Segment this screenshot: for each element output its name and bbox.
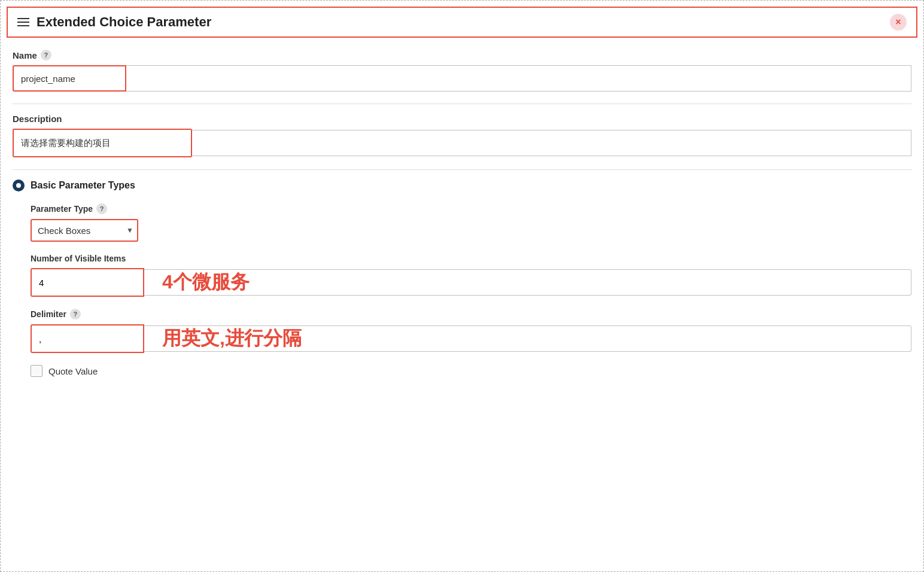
name-input-right-extend	[126, 65, 911, 92]
header-left: Extended Choice Parameter	[17, 14, 211, 30]
visible-items-input[interactable]	[32, 269, 143, 296]
name-help-icon[interactable]: ?	[41, 50, 51, 60]
delimiter-help-icon[interactable]: ?	[70, 309, 81, 320]
divider-2	[13, 169, 911, 170]
visible-items-row: 4个微服务	[31, 268, 911, 297]
dialog-content: Name ? Description	[1, 38, 923, 389]
dialog-header: Extended Choice Parameter ×	[7, 7, 917, 38]
delimiter-input[interactable]	[32, 325, 143, 352]
parameter-type-select-wrapper: Check Boxes Radio Buttons Single Select …	[31, 219, 138, 242]
parameter-type-label: Parameter Type ?	[31, 203, 911, 214]
visible-items-field: Number of Visible Items 4个微服务	[31, 254, 911, 297]
delimiter-row: 用英文,进行分隔	[31, 324, 911, 353]
basic-param-label: Basic Parameter Types	[31, 180, 135, 191]
basic-param-radio[interactable]	[13, 179, 25, 191]
visible-items-label: Number of Visible Items	[31, 254, 911, 263]
quote-value-checkbox[interactable]	[31, 365, 42, 377]
parameter-type-select[interactable]: Check Boxes Radio Buttons Single Select …	[31, 219, 138, 242]
description-label: Description	[13, 114, 911, 124]
visible-items-right-extend: 4个微服务	[144, 269, 911, 296]
description-field-section: Description	[13, 114, 911, 157]
description-input-right-extend	[192, 130, 911, 156]
name-field-section: Name ?	[13, 50, 911, 92]
delimiter-label: Delimiter ?	[31, 309, 911, 320]
description-input-box	[13, 129, 192, 157]
delimiter-field: Delimiter ? 用英文,进行分隔	[31, 309, 911, 353]
description-input[interactable]	[14, 130, 191, 156]
delimiter-right-extend: 用英文,进行分隔	[144, 325, 911, 352]
divider-1	[13, 104, 911, 104]
param-type-help-icon[interactable]: ?	[96, 203, 107, 214]
quote-value-label: Quote Value	[48, 366, 98, 376]
dialog-title: Extended Choice Parameter	[37, 14, 211, 30]
name-input[interactable]	[21, 74, 123, 84]
parameter-type-field: Parameter Type ? Check Boxes Radio Butto…	[31, 203, 911, 242]
name-input-row	[13, 65, 911, 92]
quote-value-row: Quote Value	[31, 365, 911, 377]
visible-items-annotation: 4个微服务	[162, 269, 250, 296]
hamburger-icon[interactable]	[17, 18, 29, 26]
visible-items-input-box	[31, 268, 144, 297]
delimiter-annotation: 用英文,进行分隔	[162, 325, 302, 352]
name-label: Name ?	[13, 50, 911, 60]
delimiter-input-box	[31, 324, 144, 353]
name-input-left-box	[13, 65, 126, 92]
dialog-container: Extended Choice Parameter × Name ? Descr…	[0, 0, 924, 572]
description-input-row	[13, 129, 911, 157]
close-button[interactable]: ×	[890, 14, 907, 31]
basic-parameter-types-section: Basic Parameter Types	[13, 179, 911, 191]
